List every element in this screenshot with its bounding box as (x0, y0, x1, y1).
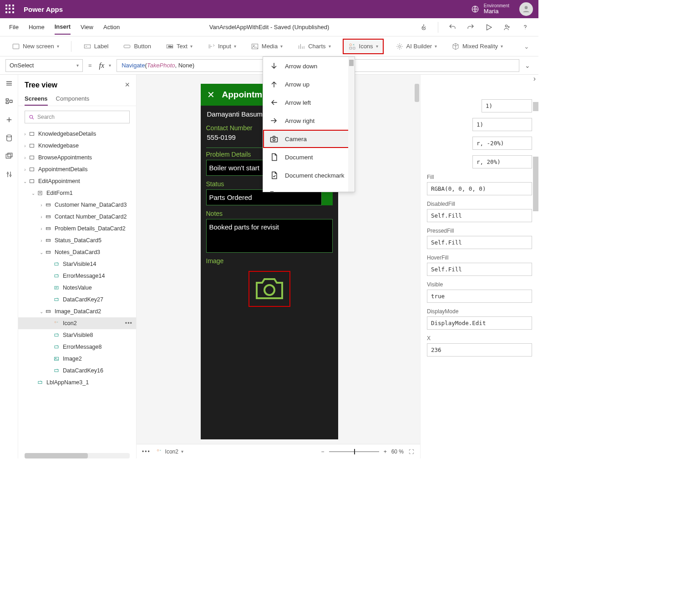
icons-button[interactable]: Icons▾ (343, 39, 384, 54)
props-scrollbar[interactable] (533, 157, 538, 211)
tab-screens[interactable]: Screens (25, 92, 48, 106)
menu-home[interactable]: Home (29, 20, 45, 34)
share-icon[interactable] (503, 23, 511, 31)
property-input[interactable]: Self.Fill (427, 263, 532, 276)
tree-node[interactable]: DataCardKey27 (18, 294, 136, 306)
property-input[interactable]: r, 20%) (472, 155, 532, 168)
tree-more-icon[interactable]: ••• (125, 320, 132, 326)
notes-field[interactable]: Booked parts for revisit (206, 219, 333, 253)
property-input[interactable]: 236 (427, 343, 532, 357)
tree-chevron-icon[interactable]: › (38, 214, 45, 219)
camera-icon-control[interactable] (249, 271, 290, 307)
tab-components[interactable]: Components (56, 92, 90, 106)
tree-scrollbar[interactable] (25, 453, 130, 458)
label-button[interactable]: Label (81, 41, 112, 52)
property-input[interactable]: Self.Fill (427, 236, 532, 249)
property-input[interactable]: 1) (472, 118, 532, 131)
waffle-icon[interactable] (5, 5, 15, 14)
fit-icon[interactable] (408, 448, 415, 455)
property-input[interactable]: RGBA(0, 0, 0, 0) (427, 182, 532, 195)
tree-node[interactable]: ›BrowseAppointments (18, 152, 136, 163)
rail-tree-icon[interactable] (5, 97, 13, 106)
tree-chevron-icon[interactable]: ⌄ (38, 309, 45, 314)
dropdown-item[interactable]: Arrow up (263, 75, 355, 93)
tree-node[interactable]: ⌄EditAppointment (18, 175, 136, 187)
rail-add-icon[interactable] (5, 116, 13, 124)
footer-more-icon[interactable]: ••• (142, 448, 151, 455)
canvas-scrollbar[interactable] (415, 84, 419, 102)
menu-view[interactable]: View (81, 20, 93, 34)
tree-close-icon[interactable]: × (125, 80, 130, 90)
zoom-in-icon[interactable]: + (384, 448, 387, 455)
media-button[interactable]: Media▾ (248, 41, 285, 52)
property-input[interactable]: 1) (482, 99, 532, 112)
environment-info[interactable]: Environment Maria (484, 3, 509, 15)
tree-chevron-icon[interactable]: › (22, 132, 28, 137)
dropdown-scrollbar[interactable] (348, 57, 355, 192)
property-selector[interactable]: OnSelect▾ (5, 59, 83, 72)
dropdown-item[interactable]: Camera (263, 130, 355, 148)
tree-node[interactable]: ErrorMessage8 (18, 341, 136, 353)
dropdown-item[interactable]: Document (263, 148, 355, 166)
tree-chevron-icon[interactable]: ⌄ (22, 179, 28, 184)
text-button[interactable]: AbcText▾ (163, 41, 195, 52)
button-button[interactable]: Button (120, 41, 154, 52)
tree-chevron-icon[interactable]: › (38, 238, 45, 243)
tree-node[interactable]: ⌄EditForm1 (18, 187, 136, 199)
props-collapse-icon[interactable]: › (533, 75, 536, 83)
search-input[interactable]: Search (25, 111, 130, 123)
preview-close-icon[interactable]: ✕ (207, 89, 215, 100)
tree-node[interactable]: ›Customer Name_DataCard3 (18, 199, 136, 211)
tree-node[interactable]: NotesValue (18, 282, 136, 294)
dropdown-item[interactable]: Document checkmark (263, 166, 355, 184)
dropdown-item[interactable]: Arrow right (263, 112, 355, 130)
tree-node[interactable]: ⌄Notes_DataCard3 (18, 246, 136, 258)
dropdown-item[interactable]: Arrow left (263, 93, 355, 112)
property-input[interactable]: Self.Fill (427, 209, 532, 222)
tree-chevron-icon[interactable]: › (22, 155, 28, 160)
tree-node[interactable]: DataCardKey16 (18, 365, 136, 377)
tree-node[interactable]: ›Status_DataCard5 (18, 234, 136, 246)
help-icon[interactable] (521, 23, 529, 31)
tree-body[interactable]: ›KnowledgebaseDetails›Knowledgebase›Brow… (18, 128, 136, 458)
tree-node[interactable]: ›Contact Number_DataCard2 (18, 211, 136, 223)
dropdown-item[interactable]: Folder (263, 184, 355, 192)
tree-node[interactable]: StarVisible14 (18, 258, 136, 270)
tree-chevron-icon[interactable]: ⌄ (38, 250, 45, 255)
menu-file[interactable]: File (9, 20, 19, 34)
tree-node[interactable]: StarVisible8 (18, 329, 136, 341)
tree-chevron-icon[interactable]: ⌄ (30, 191, 36, 196)
menu-action[interactable]: Action (103, 20, 120, 34)
props-scrollbar-top[interactable] (533, 102, 538, 111)
rail-tools-icon[interactable] (5, 170, 13, 178)
tree-node[interactable]: LblAppName3_1 (18, 377, 136, 388)
checker-icon[interactable] (420, 23, 428, 31)
ribbon-expand-icon[interactable]: ⌄ (524, 43, 529, 50)
formula-expand-icon[interactable]: ⌄ (522, 62, 533, 69)
tree-node[interactable]: Icon2••• (18, 317, 136, 329)
tree-node[interactable]: ›AppointmentDetails (18, 163, 136, 175)
tree-node[interactable]: ErrorMessage14 (18, 270, 136, 282)
tree-node[interactable]: ⌄Image_DataCard2 (18, 306, 136, 317)
property-input[interactable]: r, -20%) (472, 137, 532, 150)
input-button[interactable]: Input▾ (204, 41, 239, 52)
avatar[interactable] (519, 2, 533, 16)
rail-data-icon[interactable] (5, 134, 13, 142)
tree-chevron-icon[interactable]: › (22, 167, 28, 172)
zoom-slider[interactable] (329, 451, 379, 452)
redo-icon[interactable] (467, 23, 475, 31)
rail-hamburger-icon[interactable] (5, 79, 13, 87)
new-screen-button[interactable]: New screen▾ (9, 41, 62, 52)
tree-node[interactable]: ›Problem Details_DataCard2 (18, 223, 136, 234)
play-icon[interactable] (485, 23, 493, 31)
zoom-out-icon[interactable]: − (321, 448, 325, 455)
tree-chevron-icon[interactable]: › (22, 143, 28, 148)
tree-node[interactable]: ›KnowledgebaseDetails (18, 128, 136, 140)
charts-button[interactable]: Charts▾ (294, 41, 333, 52)
menu-insert[interactable]: Insert (55, 20, 71, 35)
rail-media-icon[interactable] (5, 152, 13, 160)
mixed-reality-button[interactable]: Mixed Reality▾ (449, 41, 506, 52)
ai-builder-button[interactable]: AI Builder▾ (393, 41, 440, 52)
footer-selection[interactable]: Icon2 ▾ (156, 448, 183, 455)
dropdown-item[interactable]: Arrow down (263, 57, 355, 75)
